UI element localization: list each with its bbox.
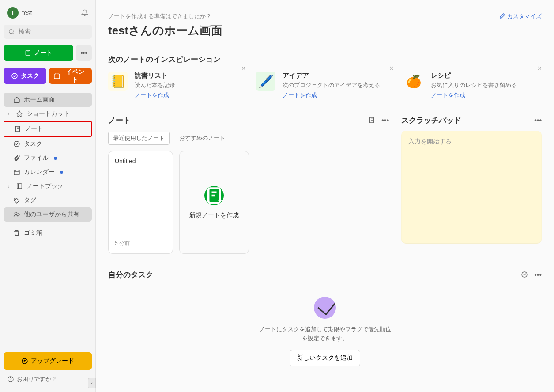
close-icon[interactable]: ×: [241, 64, 245, 72]
more-button[interactable]: •••: [76, 45, 92, 61]
inspiration-card-desc: 次のプロジェクトのアイデアを考える: [283, 81, 380, 89]
nav-calendar[interactable]: カレンダー: [4, 165, 92, 179]
more-icon[interactable]: •••: [534, 117, 542, 124]
inspiration-card-title: 読書リスト: [135, 72, 175, 80]
svg-rect-6: [14, 170, 19, 175]
add-task-button[interactable]: 新しいタスクを追加: [290, 350, 360, 366]
svg-point-8: [15, 199, 16, 200]
nav-files[interactable]: ファイル: [4, 151, 92, 165]
arrow-up-icon: [21, 358, 28, 365]
inspiration-card-title: レシピ: [431, 72, 517, 80]
dot-indicator-icon: [60, 171, 63, 174]
more-icon[interactable]: •••: [381, 117, 389, 124]
search-placeholder: 検索: [19, 28, 31, 36]
nav-trash[interactable]: ゴミ箱: [4, 226, 92, 240]
orange-icon: 🍊: [404, 72, 424, 91]
svg-point-14: [522, 272, 527, 277]
calendar-icon: [13, 169, 20, 176]
note-card[interactable]: Untitled 5 分前: [108, 151, 173, 254]
tab-recent[interactable]: 最近使用したノート: [108, 132, 170, 145]
tag-icon: [13, 197, 20, 204]
scratchpad-placeholder: 入力を開始する…: [408, 138, 458, 145]
inspiration-card-desc: 読んだ本を記録: [135, 81, 175, 89]
attachment-icon: [13, 155, 20, 162]
home-icon: [13, 96, 20, 103]
sidebar: T test 検索 ノート ••• タスク イベント ホーム画面 ›ショートカッ…: [0, 0, 96, 392]
nav-tags[interactable]: タグ: [4, 193, 92, 207]
header-subtitle: ノートを作成する準備はできましたか？: [108, 12, 222, 20]
customize-link[interactable]: カスタマイズ: [498, 12, 542, 20]
nav-home[interactable]: ホーム画面: [4, 93, 92, 107]
search-input[interactable]: 検索: [4, 25, 92, 39]
note-icon: [14, 125, 21, 132]
chevron-right-icon: ›: [8, 184, 12, 189]
inspiration-create-link[interactable]: ノートを作成: [283, 91, 380, 99]
bell-icon[interactable]: [81, 9, 88, 16]
nav-shared[interactable]: 他のユーザから共有: [4, 207, 92, 222]
close-icon[interactable]: ×: [538, 64, 542, 72]
star-icon: [16, 110, 23, 117]
svg-rect-7: [17, 184, 22, 189]
chevron-right-icon: ›: [8, 112, 12, 117]
avatar: T: [7, 7, 19, 19]
help-link[interactable]: お困りですか？: [4, 370, 92, 388]
tab-suggested[interactable]: おすすめのノート: [175, 132, 230, 144]
pencil-icon: [498, 13, 505, 20]
help-icon: [7, 376, 14, 383]
upgrade-button[interactable]: アップグレード: [4, 352, 92, 370]
close-icon[interactable]: ×: [389, 64, 393, 72]
user-name: test: [22, 9, 32, 16]
dot-indicator-icon: [54, 157, 57, 160]
inspiration-card-desc: お気に入りのレシピを書き留める: [431, 81, 517, 89]
trash-icon: [13, 230, 20, 237]
note-icon: [24, 49, 31, 57]
check-illustration-icon: [314, 297, 336, 319]
check-icon: [13, 140, 20, 147]
note-card-title: Untitled: [115, 158, 166, 165]
note-card-time: 5 分前: [115, 240, 166, 247]
collapse-sidebar-button[interactable]: ‹: [88, 378, 96, 388]
tasks-title: 自分のタスク: [108, 270, 153, 280]
nav-notebooks[interactable]: ›ノートブック: [4, 179, 92, 193]
people-icon: [13, 211, 20, 218]
inspiration-card-reading[interactable]: × 📒 読書リスト 読んだ本を記録 ノートを作成: [108, 72, 245, 99]
calendar-icon: [53, 72, 60, 79]
svg-point-9: [15, 212, 17, 215]
new-task-button[interactable]: タスク: [4, 68, 46, 84]
book-icon: 📒: [108, 72, 128, 91]
scratchpad-title: スクラッチパッド: [401, 115, 461, 125]
new-note-label: 新規ノートを作成: [189, 211, 239, 219]
note-view-icon[interactable]: [368, 117, 375, 124]
main-content: ノートを作成する準備はできましたか？ testさんのホーム画面 カスタマイズ 次…: [96, 0, 554, 392]
scratchpad-input[interactable]: 入力を開始する…: [401, 131, 542, 244]
task-settings-icon[interactable]: [521, 271, 528, 278]
notebook-icon: [16, 183, 23, 190]
nav-shortcuts[interactable]: ›ショートカット: [4, 107, 92, 121]
pen-icon: 🖊️: [256, 72, 275, 91]
svg-point-0: [9, 30, 13, 34]
nav-notes[interactable]: ノート: [4, 121, 92, 137]
notes-title: ノート: [108, 115, 131, 125]
nav-tasks[interactable]: タスク: [4, 137, 92, 151]
more-icon[interactable]: •••: [534, 271, 542, 279]
nav: ホーム画面 ›ショートカット ノート タスク ファイル カレンダー ›ノートブッ…: [4, 93, 92, 240]
check-icon: [11, 72, 18, 79]
inspiration-card-idea[interactable]: × 🖊️ アイデア 次のプロジェクトのアイデアを考える ノートを作成: [256, 72, 393, 99]
inspiration-title: 次のノートのインスピレーション: [108, 54, 542, 64]
tasks-empty-message: ノートにタスクを追加して期限やフラグで優先順位を設定できます。: [259, 325, 391, 343]
inspiration-create-link[interactable]: ノートを作成: [135, 91, 175, 99]
page-title: testさんのホーム画面: [108, 23, 222, 38]
inspiration-create-link[interactable]: ノートを作成: [431, 91, 517, 99]
new-note-card[interactable]: + 新規ノートを作成: [179, 151, 249, 254]
svg-rect-3: [54, 74, 60, 79]
inspiration-card-recipe[interactable]: × 🍊 レシピ お気に入りのレシピを書き留める ノートを作成: [404, 72, 542, 99]
new-note-button[interactable]: ノート: [4, 45, 73, 61]
search-icon: [8, 28, 15, 35]
svg-point-5: [14, 141, 19, 147]
new-event-button[interactable]: イベント: [49, 68, 92, 84]
inspiration-card-title: アイデア: [283, 72, 380, 80]
user-menu[interactable]: T test: [4, 4, 92, 22]
plus-note-icon: +: [204, 186, 224, 205]
